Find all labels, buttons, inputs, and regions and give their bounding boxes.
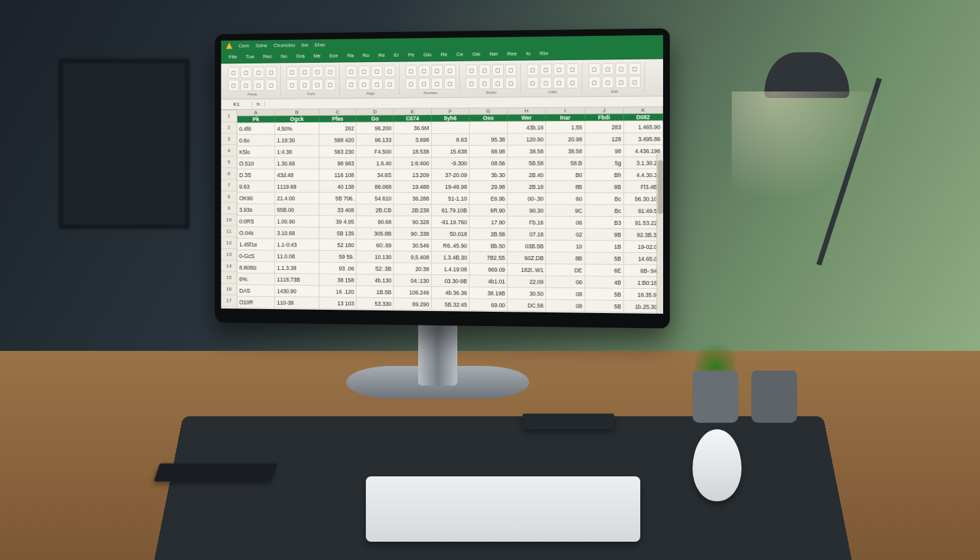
cell[interactable]: 29.98 [470,181,508,193]
titlebar-item[interactable]: Eber [315,42,325,48]
cell[interactable]: 9B [585,229,624,241]
cell[interactable]: 262 [319,123,357,135]
cell[interactable]: 51-1.10 [432,193,470,205]
ribbon-button[interactable]: ▢ [553,76,565,88]
cell[interactable]: 6B [585,312,624,314]
ribbon-button[interactable]: ▢ [418,78,430,90]
cell[interactable]: 1.45f1e [237,239,275,250]
ribbon-button[interactable]: ▢ [492,64,504,76]
cell[interactable]: 5B 135 [319,227,357,239]
cell[interactable]: D.3S [237,169,275,181]
cell[interactable]: 37-20.09 [432,169,470,181]
cell[interactable]: S2:.3B [357,263,394,274]
cell[interactable]: 1.55 [546,122,585,133]
ribbon-button[interactable]: ▢ [286,79,297,91]
cell[interactable]: 07.18 [508,228,546,240]
cell[interactable]: 563 230 [319,146,357,157]
row-header[interactable]: 18 [221,306,237,314]
cell[interactable]: S0.018 [432,228,470,240]
cell[interactable]: DC.56 [508,299,546,312]
cell[interactable]: 4.50% [275,123,319,135]
cell[interactable]: 0-GcS [237,250,275,262]
cell[interactable]: 22.09 [508,276,546,288]
cell[interactable]: 90.30 [508,205,546,216]
cell[interactable]: 13 103 [319,297,357,309]
cell[interactable]: 20:38 [394,263,432,274]
cell[interactable]: F4.500 [357,146,394,157]
row-header[interactable]: 16 [221,284,237,295]
cell[interactable]: 58.B [546,157,585,169]
cell[interactable]: 106.246 [394,286,432,299]
column-header[interactable]: E [394,108,432,114]
cell[interactable]: 06 [546,276,585,288]
cell[interactable]: 90.68 [357,216,394,228]
menu-item[interactable]: Re [376,52,387,59]
cell[interactable]: 5B 706. [319,193,357,205]
cell[interactable]: 1:6:400 [394,157,432,169]
column-header[interactable]: D [357,108,394,114]
cell[interactable]: 96.200 [357,122,394,134]
cell[interactable]: 19.488 [394,181,432,193]
cell[interactable]: 1E.42 [357,310,394,314]
cell[interactable]: Bc [585,193,624,205]
ribbon-button[interactable]: ▢ [371,65,383,77]
menu-item[interactable]: Ro [360,52,372,59]
ribbon-button[interactable]: ▢ [431,65,443,76]
cell[interactable]: 34.6S [357,169,394,181]
cell[interactable]: 10 [546,240,585,253]
row-header[interactable]: 5 [221,157,237,169]
cell[interactable]: 03.30-9B [432,275,470,288]
ribbon-button[interactable]: ▢ [228,67,239,78]
ribbon-button[interactable]: ▢ [325,78,336,90]
ribbon-button[interactable]: ▢ [253,79,264,91]
menu-item[interactable]: fo [523,50,533,57]
menu-item[interactable]: Ce [454,51,466,58]
cell[interactable]: 04.:130 [394,274,432,286]
cell[interactable] [470,122,508,133]
cell[interactable]: 6%: [237,273,275,285]
cell[interactable]: 128 [585,133,624,145]
cell[interactable]: fb0.0f [508,311,546,314]
column-header[interactable]: F [432,108,470,114]
cell[interactable]: DE [546,264,585,276]
cell[interactable]: 9,5.408 [394,252,432,263]
cell[interactable]: Bc [585,205,624,217]
cell[interactable]: 17.90 [470,216,508,228]
cell[interactable]: 1.19:30 [275,135,319,146]
cell[interactable]: Bh [585,169,624,181]
ribbon-button[interactable]: ▢ [505,64,517,76]
cell[interactable]: 60Z.DB [508,252,546,265]
cell[interactable]: 3.10.68 [275,227,319,239]
cell[interactable]: 2B.58 [470,228,508,240]
ribbon-button[interactable]: ▢ [602,63,613,74]
column-header[interactable]: A [237,110,275,116]
menu-item[interactable]: Ra [345,52,357,59]
row-header[interactable]: 12 [221,237,237,249]
cell[interactable]: 9.63 [237,181,275,193]
ribbon-button[interactable]: ▢ [240,80,252,91]
menu-item[interactable]: Rbr [537,50,551,57]
ribbon-button[interactable]: ▢ [492,77,504,89]
cell[interactable]: O.04s [237,227,275,239]
cell[interactable]: 305.8B [357,227,394,239]
cell[interactable]: 2B.CB [357,205,394,216]
cell[interactable]: 1:4.38 [275,146,319,158]
cell[interactable]: 1118.73B [275,274,319,286]
menu-item[interactable]: Er [391,52,402,59]
ribbon-button[interactable]: ▢ [405,78,417,90]
cell[interactable]: 110-38 [275,297,319,309]
menu-item[interactable]: Gra [293,52,307,59]
cell[interactable]: 8.808tz [237,262,275,274]
titlebar-item[interactable]: Ctroncino [274,42,295,48]
cell[interactable]: K5lo [237,146,275,158]
ribbon-button[interactable]: ▢ [405,65,417,76]
cell[interactable]: 03B.5B [508,240,546,252]
cell[interactable]: 1B [585,240,624,253]
cell[interactable]: 182t..W1 [508,264,546,276]
ribbon-button[interactable]: ▢ [359,65,370,77]
cell[interactable]: 4.20f6 [237,308,275,314]
cell[interactable]: 1.6.40 [357,157,394,169]
cell[interactable]: 40 138 [319,181,357,193]
cell[interactable]: 4B [585,276,624,289]
cell[interactable]: 5B [585,288,624,301]
